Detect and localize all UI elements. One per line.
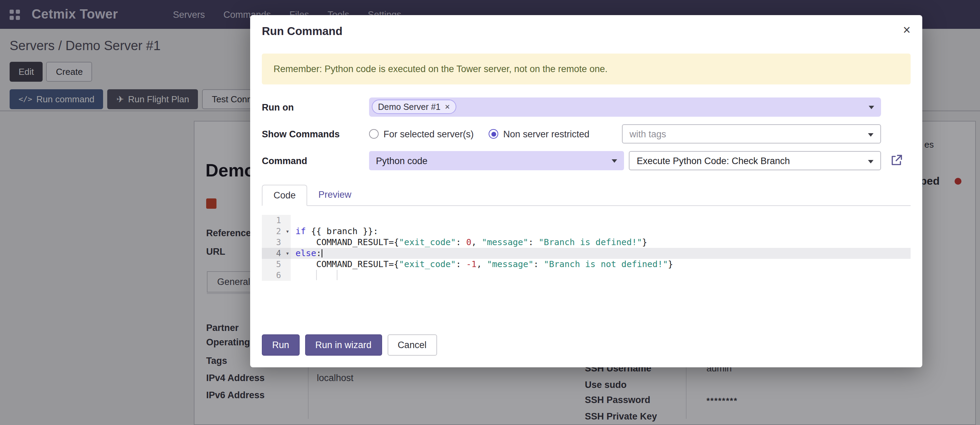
python-warning-alert: Remember: Python code is executed on the… — [262, 54, 911, 84]
radio-for-selected-servers[interactable] — [369, 129, 379, 139]
tab-code[interactable]: Code — [262, 185, 307, 206]
show-commands-label: Show Commands — [262, 129, 369, 139]
editor-line[interactable]: 5 COMMAND_RESULT={"exit_code": -1, "mess… — [262, 259, 911, 270]
command-type-value: Python code — [376, 155, 428, 166]
editor-line[interactable]: 3 COMMAND_RESULT={"exit_code": 0, "messa… — [262, 237, 911, 248]
code-line-content[interactable] — [291, 270, 911, 281]
cancel-button[interactable]: Cancel — [387, 335, 437, 356]
modal-body: Remember: Python code is executed on the… — [250, 42, 922, 367]
modal-tabs: Code Preview — [262, 185, 911, 206]
chevron-down-icon — [868, 133, 873, 136]
chevron-down-icon — [868, 160, 873, 163]
close-icon[interactable]: × — [903, 23, 911, 36]
line-number: 3 — [262, 237, 291, 248]
command-value: Execute Python Code: Check Branch — [637, 155, 790, 166]
server-tag-label: Demo Server #1 — [378, 102, 441, 111]
editor-line[interactable]: 2▾if {{ branch }}: — [262, 226, 911, 237]
server-tag: Demo Server #1 ✕ — [372, 100, 456, 114]
modal-header: Run Command × — [250, 15, 922, 42]
modal-footer: Run Run in wizard Cancel — [262, 324, 911, 367]
code-line-content[interactable]: if {{ branch }}: — [291, 226, 911, 237]
radio-for-selected-servers-label[interactable]: For selected server(s) — [383, 129, 474, 139]
code-line-content[interactable]: COMMAND_RESULT={"exit_code": -1, "messag… — [291, 259, 911, 270]
run-command-modal: Run Command × Remember: Python code is e… — [250, 15, 922, 367]
line-number: 2▾ — [262, 226, 291, 237]
with-tags-placeholder: with tags — [630, 129, 666, 139]
tag-remove-icon[interactable]: ✕ — [445, 103, 450, 111]
radio-non-server-restricted-label[interactable]: Non server restricted — [503, 129, 590, 139]
line-number: 4▾ — [262, 248, 291, 259]
run-on-select[interactable]: Demo Server #1 ✕ — [369, 97, 881, 117]
external-link-icon[interactable] — [890, 154, 903, 170]
command-type-select[interactable]: Python code — [369, 151, 624, 170]
line-number: 1 — [262, 215, 291, 226]
tab-preview[interactable]: Preview — [307, 185, 363, 205]
modal-title: Run Command — [262, 25, 911, 38]
run-button[interactable]: Run — [262, 335, 300, 356]
screen: Cetmix Tower Servers Commands Files Tool… — [0, 0, 980, 425]
run-command-form: Run on Demo Server #1 ✕ Show Commands Fo… — [262, 97, 911, 170]
fold-arrow-icon[interactable]: ▾ — [286, 226, 290, 237]
code-line-content[interactable] — [291, 215, 911, 226]
with-tags-select[interactable]: with tags — [622, 124, 881, 143]
code-line-content[interactable]: COMMAND_RESULT={"exit_code": 0, "message… — [291, 237, 911, 248]
radio-non-server-restricted[interactable] — [489, 129, 499, 139]
command-label: Command — [262, 155, 369, 166]
chevron-down-icon — [612, 159, 617, 163]
fold-arrow-icon[interactable]: ▾ — [286, 248, 290, 259]
editor-line[interactable]: 6 — [262, 270, 911, 281]
code-line-content[interactable]: else: — [291, 248, 911, 259]
editor-line[interactable]: 4▾else: — [262, 248, 911, 259]
run-in-wizard-button[interactable]: Run in wizard — [305, 335, 382, 356]
line-number: 5 — [262, 259, 291, 270]
chevron-down-icon — [869, 106, 874, 109]
command-select[interactable]: Execute Python Code: Check Branch — [629, 151, 881, 170]
run-on-label: Run on — [262, 102, 369, 112]
code-editor[interactable]: 12▾if {{ branch }}:3 COMMAND_RESULT={"ex… — [262, 215, 911, 281]
text-cursor — [321, 249, 322, 257]
line-number: 6 — [262, 270, 291, 281]
editor-line[interactable]: 1 — [262, 215, 911, 226]
